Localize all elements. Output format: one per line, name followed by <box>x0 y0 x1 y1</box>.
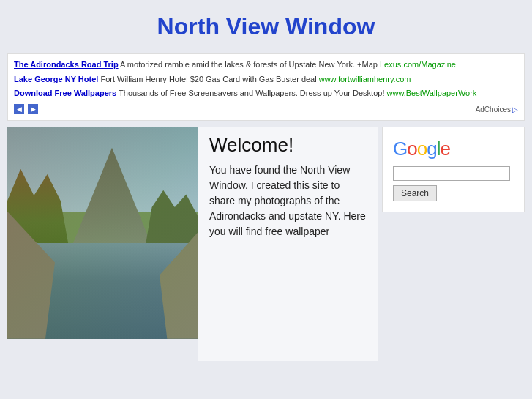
ad-choices-icon: ▷ <box>512 104 518 116</box>
page-header: North View Window <box>0 0 532 48</box>
main-content: Welcome! You have found the North View W… <box>7 127 525 361</box>
google-search-button[interactable]: Search <box>393 185 437 201</box>
ad-next-button[interactable]: ▶ <box>28 104 38 114</box>
landscape-photo <box>7 127 198 339</box>
google-logo-g2: g <box>427 138 436 160</box>
google-logo-o2: o <box>417 138 427 160</box>
google-search-widget: Google Search <box>382 127 525 212</box>
ad-link-2[interactable]: Lake George NY Hotel <box>14 75 98 83</box>
ad-choices-area: AdChoices ▷ <box>476 104 518 116</box>
ad-text-3: Thousands of Free Screensavers and Wallp… <box>119 89 386 97</box>
ad-link-3[interactable]: Download Free Wallpapers <box>14 89 116 97</box>
google-search-input[interactable] <box>393 166 510 181</box>
ad-row-3: Download Free Wallpapers Thousands of Fr… <box>14 87 518 100</box>
landscape-image <box>7 127 198 339</box>
ad-choices-label: AdChoices <box>476 104 511 116</box>
ad-row-1: The Adirondacks Road Trip A motorized ra… <box>14 59 518 72</box>
ad-row-2: Lake George NY Hotel Fort William Henry … <box>14 73 518 86</box>
page-title: North View Window <box>0 13 532 40</box>
google-logo-g: G <box>393 138 407 160</box>
ad-banner: The Adirondacks Road Trip A motorized ra… <box>7 53 525 121</box>
ad-link-1[interactable]: The Adirondacks Road Trip <box>14 60 119 69</box>
foliage-overlay-layer <box>7 127 198 339</box>
ad-url-1[interactable]: Lexus.com/Magazine <box>380 60 456 69</box>
ad-text-2: Fort William Henry Hotel $20 Gas Card wi… <box>100 75 318 83</box>
ad-url-3[interactable]: www.BestWallpaperWork <box>387 89 477 97</box>
welcome-body: You have found the North View Window. I … <box>209 163 366 239</box>
ad-nav-controls: ◀ ▶ <box>14 102 40 116</box>
welcome-heading: Welcome! <box>209 134 366 157</box>
google-logo-o1: o <box>407 138 416 160</box>
ad-prev-button[interactable]: ◀ <box>14 104 24 114</box>
google-logo-e: e <box>440 138 449 160</box>
google-logo: Google <box>393 138 514 160</box>
welcome-section: Welcome! You have found the North View W… <box>198 127 378 361</box>
ad-url-2[interactable]: www.fortwilliamhenry.com <box>319 75 411 83</box>
ad-text-1: A motorized ramble amid the lakes & fore… <box>120 60 380 69</box>
